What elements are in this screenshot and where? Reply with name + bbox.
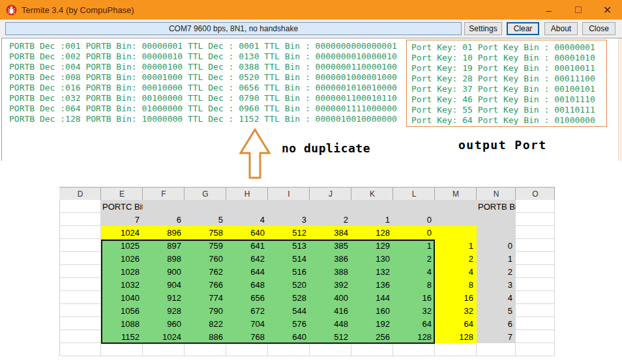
sheet-cell-J11[interactable]: 512 (310, 330, 351, 343)
sheet-cell-K5[interactable]: 130 (351, 252, 393, 265)
sheet-cell-D7[interactable] (59, 278, 101, 291)
sheet-cell-I9[interactable]: 544 (268, 304, 310, 317)
column-header-k[interactable]: K (351, 187, 393, 201)
sheet-cell-M9[interactable]: 32 (435, 304, 477, 317)
close-icon[interactable]: ✕ (593, 0, 622, 20)
sheet-cell-M8[interactable]: 16 (435, 291, 477, 304)
sheet-cell-L12[interactable] (393, 343, 435, 356)
sheet-cell-E2[interactable]: 7 (101, 213, 143, 226)
sheet-cell-J12[interactable] (310, 343, 351, 356)
sheet-cell-L2[interactable]: 0 (393, 213, 435, 226)
sheet-cell-M1[interactable] (435, 200, 477, 213)
column-header-o[interactable]: O (516, 187, 555, 201)
sheet-cell-D9[interactable] (59, 304, 101, 317)
sheet-cell-L8[interactable]: 16 (393, 291, 435, 304)
sheet-cell-E10[interactable]: 1088 (101, 317, 143, 330)
sheet-cell-D8[interactable] (59, 291, 101, 304)
sheet-cell-E3[interactable]: 1024 (101, 226, 143, 239)
column-header-h[interactable]: H (226, 187, 268, 201)
sheet-cell-N2[interactable] (477, 213, 516, 226)
sheet-cell-H7[interactable]: 648 (226, 278, 268, 291)
sheet-cell-O2[interactable] (516, 213, 555, 226)
sheet-cell-O7[interactable] (516, 278, 555, 291)
column-header-d[interactable]: D (59, 187, 101, 201)
settings-button[interactable]: Settings (464, 22, 502, 35)
sheet-cell-G4[interactable]: 759 (185, 239, 226, 252)
clear-button[interactable]: Clear (507, 22, 539, 35)
sheet-cell-H9[interactable]: 672 (226, 304, 268, 317)
sheet-cell-K11[interactable]: 256 (351, 330, 393, 343)
sheet-cell-F8[interactable]: 912 (143, 291, 185, 304)
sheet-cell-H1[interactable] (226, 200, 268, 213)
sheet-cell-M2[interactable] (435, 213, 477, 226)
maximize-icon[interactable] (563, 0, 593, 20)
sheet-cell-F10[interactable]: 960 (143, 317, 185, 330)
sheet-cell-J2[interactable]: 2 (310, 213, 351, 226)
sheet-cell-M7[interactable]: 8 (435, 278, 477, 291)
terminal-scrollbar[interactable] (618, 38, 622, 161)
sheet-cell-D3[interactable] (59, 226, 101, 239)
sheet-cell-H6[interactable]: 644 (226, 265, 268, 278)
sheet-cell-J8[interactable]: 400 (310, 291, 351, 304)
sheet-cell-F1[interactable] (143, 200, 185, 213)
sheet-cell-L7[interactable]: 8 (393, 278, 435, 291)
sheet-cell-N7[interactable]: 3 (477, 278, 516, 291)
sheet-cell-H12[interactable] (226, 343, 268, 356)
sheet-cell-N4[interactable]: 0 (477, 239, 516, 252)
sheet-cell-K1[interactable] (351, 200, 393, 213)
sheet-cell-L11[interactable]: 128 (393, 330, 435, 343)
sheet-cell-K12[interactable] (351, 343, 393, 356)
port-status-bar[interactable]: COM7 9600 bps, 8N1, no handshake (5, 22, 462, 35)
sheet-cell-H2[interactable]: 4 (226, 213, 268, 226)
sheet-cell-D10[interactable] (59, 317, 101, 330)
sheet-cell-E4[interactable]: 1025 (101, 239, 143, 252)
sheet-cell-E9[interactable]: 1056 (101, 304, 143, 317)
sheet-cell-G9[interactable]: 790 (185, 304, 226, 317)
sheet-cell-L1[interactable] (393, 200, 435, 213)
sheet-cell-G8[interactable]: 774 (185, 291, 226, 304)
sheet-cell-E11[interactable]: 1152 (101, 330, 143, 343)
sheet-cell-H4[interactable]: 641 (226, 239, 268, 252)
sheet-cell-H8[interactable]: 656 (226, 291, 268, 304)
sheet-cell-D4[interactable] (59, 239, 101, 252)
sheet-cell-K9[interactable]: 160 (351, 304, 393, 317)
sheet-cell-L9[interactable]: 32 (393, 304, 435, 317)
sheet-cell-O9[interactable] (516, 304, 555, 317)
sheet-cell-F5[interactable]: 898 (143, 252, 185, 265)
sheet-cell-F9[interactable]: 928 (143, 304, 185, 317)
column-header-n[interactable]: N (477, 187, 516, 201)
sheet-cell-M6[interactable]: 4 (435, 265, 477, 278)
sheet-cell-O12[interactable] (516, 343, 555, 356)
sheet-cell-E6[interactable]: 1028 (101, 265, 143, 278)
sheet-cell-I4[interactable]: 513 (268, 239, 310, 252)
sheet-cell-F2[interactable]: 6 (143, 213, 185, 226)
sheet-cell-K7[interactable]: 136 (351, 278, 393, 291)
sheet-cell-G1[interactable] (185, 200, 226, 213)
sheet-cell-I11[interactable]: 640 (268, 330, 310, 343)
sheet-cell-J10[interactable]: 448 (310, 317, 351, 330)
sheet-cell-I5[interactable]: 514 (268, 252, 310, 265)
sheet-cell-F12[interactable] (143, 343, 185, 356)
sheet-cell-O10[interactable] (516, 317, 555, 330)
sheet-cell-M12[interactable] (435, 343, 477, 356)
sheet-cell-I6[interactable]: 516 (268, 265, 310, 278)
sheet-cell-K4[interactable]: 129 (351, 239, 393, 252)
sheet-cell-K6[interactable]: 132 (351, 265, 393, 278)
sheet-cell-F3[interactable]: 896 (143, 226, 185, 239)
sheet-cell-N9[interactable]: 5 (477, 304, 516, 317)
sheet-cell-N8[interactable]: 4 (477, 291, 516, 304)
column-header-f[interactable]: F (143, 187, 185, 201)
sheet-cell-L10[interactable]: 64 (393, 317, 435, 330)
sheet-cell-N11[interactable]: 7 (477, 330, 516, 343)
sheet-cell-O4[interactable] (516, 239, 555, 252)
sheet-cell-G12[interactable] (185, 343, 226, 356)
sheet-cell-K2[interactable]: 1 (351, 213, 393, 226)
sheet-cell-L4[interactable]: 1 (393, 239, 435, 252)
column-header-i[interactable]: I (268, 187, 310, 201)
sheet-cell-J6[interactable]: 388 (310, 265, 351, 278)
column-header-l[interactable]: L (393, 187, 435, 201)
sheet-cell-M5[interactable]: 2 (435, 252, 477, 265)
sheet-cell-D2[interactable] (59, 213, 101, 226)
sheet-cell-N12[interactable] (477, 343, 516, 356)
sheet-cell-M11[interactable]: 128 (435, 330, 477, 343)
